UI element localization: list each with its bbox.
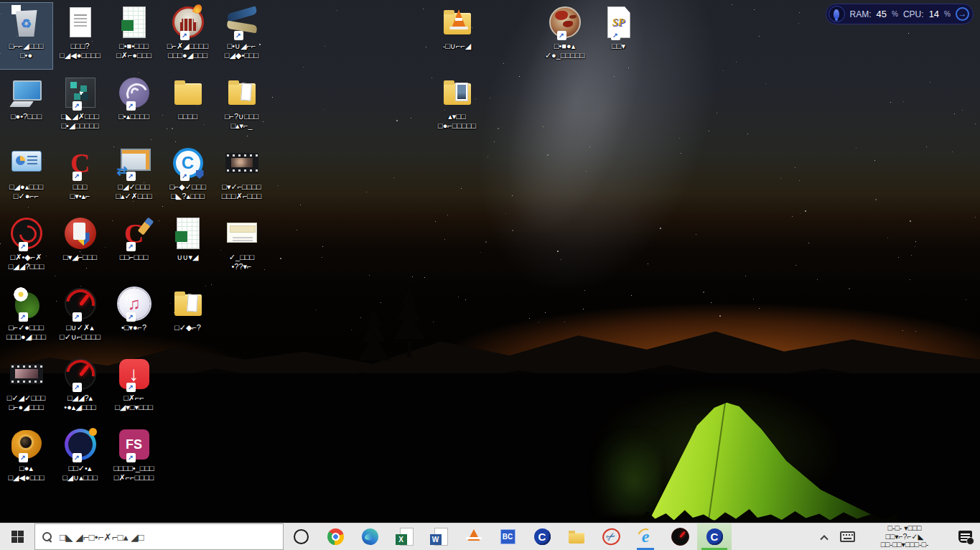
taskbar-app-bc-app[interactable]: BC	[490, 523, 525, 550]
desktop-icon-downloader[interactable]: ↓ ↗ □✗⌐⌐□◢▾□▾□□□	[108, 355, 160, 421]
desktop-icon-windows-tool[interactable]: ⊞ ↗ □□✓•▴□◢∪▴□□□	[54, 425, 106, 491]
desktop-icon-pictures-folder[interactable]: ↗ ▴▾□□□●⌐□□□□□	[431, 73, 483, 139]
icon-label: -□∪⌐⌐◢	[431, 42, 483, 51]
desktop-icon-gauge-app-2[interactable]: ↗ □◢◢?▴•●▴◢□□□	[54, 355, 106, 421]
taskbar-app-file-explorer[interactable]	[559, 523, 594, 550]
desktop-icon-plant-app[interactable]: ↗ □⌐✓●□□□□□□●◢□□□	[0, 284, 52, 350]
taskbar-app-snipping-tool[interactable]: ✂	[594, 523, 628, 550]
desktop-icon-vlc-folder[interactable]: ↗ -□∪⌐⌐◢	[431, 3, 483, 69]
desktop-icon-excel-document[interactable]: X ↗ □•■•□□□□✗⌐●□□□	[108, 3, 160, 69]
folder-documents-icon	[225, 75, 259, 110]
taskbar-app-cortana[interactable]	[284, 523, 318, 550]
shortcut-arrow-icon: ↗	[126, 383, 136, 392]
desktop-icon-ant-download-manager[interactable]: ↗ □●▴□◢◀●□□□	[0, 425, 52, 491]
folder-files-icon	[171, 286, 205, 321]
icon-label: □●•?□□□	[0, 112, 52, 121]
taskbar-app-vlc[interactable]	[456, 523, 490, 550]
file-explorer-icon	[567, 527, 587, 546]
shortcut-arrow-icon: ↗	[73, 172, 82, 181]
desktop-icon-control-panel[interactable]: ↗ □◢●▴□□□□✓●⌐⌐	[0, 144, 52, 210]
desktop-icon-gauge-app[interactable]: ↗ □∪✓✗▴□✓∪⌐□□□□	[54, 284, 106, 350]
form-document-icon	[225, 216, 259, 251]
desktop-icon-colosseum-game[interactable]: ↗ □⌐✗◢□□□□□□□●◢□□□	[162, 3, 214, 69]
desktop-icon-folder-files[interactable]: ↗ □✓◆⌐?	[162, 284, 214, 350]
desktop-icon-document[interactable]: ↗ □□□?□◢◀●□□□□	[54, 3, 106, 69]
desktop-icon-grid: ♻ ↗ □⌐⌐◢□□□□•● ↗ □□□?□◢◀●□□□□ X ↗ □•■•□□…	[0, 0, 980, 523]
shortcut-arrow-icon: ↗	[611, 31, 620, 40]
start-button[interactable]	[0, 523, 34, 550]
taskbar-app-excel[interactable]: X	[387, 523, 421, 550]
touch-keyboard-icon[interactable]	[835, 523, 859, 550]
performance-widget[interactable]: RAM: 45 % CPU: 14 % →	[826, 4, 974, 24]
taskbar-app-internet-explorer[interactable]: e	[628, 523, 663, 550]
icon-label: □✗•◆⌐✗□◢◢?□□□	[0, 253, 52, 271]
desktop-icon-sp-document[interactable]: SP ↗ □□▾	[592, 3, 645, 69]
desktop-icon-fs-app[interactable]: FS ↗ □□□□•_□□□□✗⌐⌐□□□□	[108, 425, 160, 491]
hidden-icons-chevron[interactable]	[813, 523, 835, 550]
icon-label: □□□□▾•▴⌐	[54, 182, 106, 201]
icon-label: □▾✓⌐□□□□□□□✗⌐□□□	[215, 182, 268, 201]
video-clip-icon	[9, 357, 44, 391]
desktop-icon-video-clip[interactable]: ↗ □✓◢✓□□□□⌐●◢□□□	[0, 355, 52, 421]
pictures-folder-icon	[440, 75, 475, 110]
desktop-icon-pdf-shield-app[interactable]: ↗ □▾◢⌐□□□	[54, 214, 106, 280]
video-file-icon	[225, 146, 259, 180]
desktop-icon-driver-tool[interactable]: ↗ □✗•◆⌐✗□◢◢?□□□	[0, 214, 52, 280]
desktop-icon-blue-c-app[interactable]: C ↗ □⌐◆✓□□□□◣?▴□□□	[162, 144, 214, 210]
document-icon	[63, 5, 98, 39]
taskbar-app-edge[interactable]	[353, 523, 387, 550]
icon-label: □□⌐□□□	[108, 253, 160, 262]
icon-label: □∪✓✗▴□✓∪⌐□□□□	[54, 323, 106, 342]
snipping-tool-icon: ✂	[602, 527, 621, 546]
desktop-icon-game-avatar[interactable]: ↗ □•■●▴✓●_□□□□□	[538, 3, 591, 69]
shortcut-arrow-icon: ↗	[19, 242, 28, 251]
desktop-icon-display-tool[interactable]: ⇄ ↗ □◢✓□□□□▴✓✗□□□	[108, 144, 160, 210]
taskbar-app-word[interactable]: W	[421, 523, 456, 550]
expand-arrow-icon[interactable]: →	[956, 7, 969, 21]
taskbar-app-gauge-monitor[interactable]	[663, 523, 697, 550]
icon-label: □✓◆⌐?	[162, 323, 214, 332]
action-center-icon[interactable]	[950, 523, 980, 550]
desktop-icon-excel-file[interactable]: X ↗ ∪∪▾◢	[162, 214, 214, 280]
desktop-icon-hands-game[interactable]: ↗ □•∪◢⌐⌐□◢◆•□□□	[215, 3, 268, 69]
icon-label: □◣◢✗□□□□•◢□□□□□	[54, 112, 106, 131]
icon-label: □•■•□□□□✗⌐●□□□	[108, 42, 160, 60]
internet-explorer-icon: e	[636, 527, 655, 546]
shortcut-arrow-icon: ↗	[180, 31, 190, 40]
desktop-icon-itunes[interactable]: ♫ ↗ •□▾●⌐?	[108, 284, 160, 350]
desktop-icon-folder[interactable]: ↗ □□□□	[162, 73, 214, 139]
desktop-icon-capture-app[interactable]: ↗ □◣◢✗□□□□•◢□□□□□	[54, 73, 106, 139]
icon-label: □◢✓□□□□▴✓✗□□□	[108, 182, 160, 201]
vlc-icon	[464, 527, 483, 546]
shortcut-arrow-icon: ↗	[126, 172, 136, 181]
taskbar-app-ccleaner-blue[interactable]: C	[525, 523, 559, 550]
icon-label: •□▾●⌐?	[108, 323, 160, 332]
desktop-icon-red-c-app[interactable]: C ↗ □□□□▾•▴⌐	[54, 144, 106, 210]
clock-date[interactable]: □-□- ▾□□□ □□▾⌐?⌐✓◣ □□-□□▾□□□-□-	[859, 523, 950, 550]
desktop-icon-recycle-bin[interactable]: ♻ ↗ □⌐⌐◢□□□□•●	[0, 3, 52, 69]
desktop-icon-video-file[interactable]: ↗ □▾✓⌐□□□□□□□✗⌐□□□	[215, 144, 268, 210]
taskbar-search-input[interactable]: □◣ ◢⌐□•⌐✗⌐□▴ ◢□	[34, 523, 284, 550]
desktop-icon-this-pc[interactable]: ↗ □●•?□□□	[0, 73, 52, 139]
taskbar-app-chrome[interactable]	[318, 523, 353, 550]
taskbar: □◣ ◢⌐□•⌐✗⌐□▴ ◢□ X W BC C ✂ e C □-□- ▾□□□…	[0, 523, 980, 550]
recycle-bin-icon: ♻	[9, 5, 44, 39]
icon-label: □●▴□◢◀●□□□	[0, 464, 52, 483]
edge-icon	[360, 527, 380, 546]
desktop-icon-folder-documents[interactable]: ↗ □⌐?∪□□□□▴▾⌐_	[215, 73, 268, 139]
shortcut-arrow-icon: ↗	[234, 31, 243, 40]
cpu-label: CPU:	[903, 9, 924, 19]
word-icon: W	[429, 527, 449, 546]
icon-label: □□▾	[592, 42, 645, 51]
icon-label: □□✓•▴□◢∪▴□□□	[54, 464, 106, 483]
taskbar-app-c-active-app[interactable]: C	[697, 523, 732, 550]
taskbar-apps: X W BC C ✂ e C	[284, 523, 732, 550]
shortcut-arrow-icon: ↗	[126, 101, 136, 111]
desktop-icon-ccleaner[interactable]: C ↗ □□⌐□□□	[108, 214, 160, 280]
icon-label: □✓◢✓□□□□⌐●◢□□□	[0, 393, 52, 412]
desktop-icon-bittorrent[interactable]: ↗ □•▴□□□□	[108, 73, 160, 139]
rocket-icon[interactable]	[829, 6, 845, 22]
shortcut-arrow-icon: ↗	[126, 242, 136, 251]
excel-file-icon: X	[171, 216, 205, 251]
desktop-icon-form-document[interactable]: ↗ ✓_□□□•??▾⌐	[215, 214, 268, 280]
